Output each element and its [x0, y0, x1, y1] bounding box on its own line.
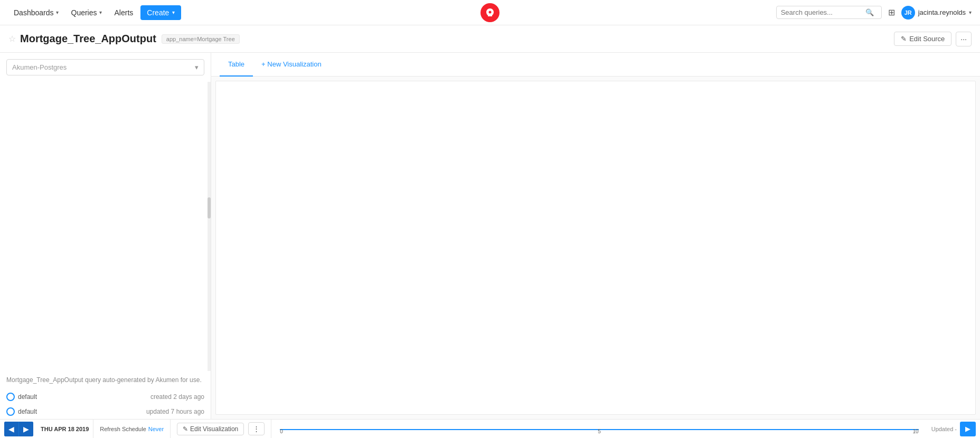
default-left-2: default: [6, 407, 37, 416]
top-nav: Dashboards ▾ Queries ▾ Alerts Create ▾ 🔍…: [0, 0, 980, 25]
svg-point-0: [489, 11, 492, 13]
tick-0: 0: [280, 429, 283, 434]
tab-new-visualization[interactable]: + New Visualization: [253, 53, 330, 77]
status-circle-icon-1: [6, 393, 15, 401]
tab-content-area: [215, 81, 976, 415]
nav-left: Dashboards ▾ Queries ▾ Alerts Create ▾: [8, 5, 181, 20]
nav-right: 🔍 ⊞ JR jacinta.reynolds ▾: [776, 6, 972, 20]
status-circle-icon-2: [6, 407, 15, 416]
nav-dashboards[interactable]: Dashboards ▾: [8, 5, 64, 20]
edit-viz-label: Edit Visualization: [190, 425, 238, 433]
left-panel-body: [0, 82, 211, 371]
edit-icon: ✎: [901, 35, 907, 43]
never-badge[interactable]: Never: [148, 426, 164, 432]
right-panel: Table + New Visualization: [211, 53, 980, 419]
scrollbar-track: [208, 82, 211, 371]
scrollbar-thumb[interactable]: [208, 197, 211, 218]
search-input[interactable]: [781, 8, 865, 16]
updated-text: Updated -: [931, 426, 957, 432]
tabs-bar: Table + New Visualization: [211, 53, 980, 77]
tick-10: 10: [913, 429, 919, 434]
bottom-bar: ◀ ▶ THU APR 18 2019 Refresh Schedule Nev…: [0, 419, 980, 438]
search-icon: 🔍: [865, 8, 874, 16]
timeline-nav-buttons: ◀ ▶: [4, 422, 33, 436]
nav-queries-label: Queries: [71, 8, 97, 17]
more-dots-icon: ···: [960, 35, 967, 43]
query-description-section: Mortgage_Tree_AppOutput query auto-gener…: [0, 371, 211, 389]
user-chevron-icon: ▾: [969, 9, 972, 15]
tab-new-viz-label: + New Visualization: [261, 60, 322, 68]
edit-viz-section: ✎ Edit Visualization ⋮: [171, 420, 271, 438]
date-label: THU APR 18 2019: [41, 426, 89, 432]
main-content: Akumen-Postgres ▾ Mortgage_Tree_AppOutpu…: [0, 53, 980, 419]
default-row-2: default updated 7 hours ago: [0, 404, 211, 419]
user-name-label: jacinta.reynolds: [918, 8, 966, 16]
datasource-select[interactable]: Akumen-Postgres ▾: [6, 59, 204, 75]
timeline-next-button[interactable]: ▶: [19, 422, 33, 436]
nav-alerts[interactable]: Alerts: [109, 5, 139, 20]
timeline-section: 0 5 10: [271, 424, 927, 434]
timeline: 0 5 10: [280, 424, 918, 434]
edit-viz-icon: ✎: [183, 425, 188, 433]
create-chevron-icon: ▾: [172, 9, 175, 15]
default-label-1: default: [18, 393, 37, 401]
refresh-label: Refresh Schedule: [100, 426, 146, 432]
run-button[interactable]: ▶: [960, 422, 976, 436]
nav-alerts-label: Alerts: [115, 8, 134, 17]
user-initials: JR: [904, 9, 912, 16]
user-menu[interactable]: JR jacinta.reynolds ▾: [901, 6, 972, 20]
default-left-1: default: [6, 393, 37, 401]
favorite-icon[interactable]: ☆: [8, 34, 16, 44]
nav-dashboards-label: Dashboards: [14, 8, 54, 17]
create-label: Create: [147, 8, 169, 17]
title-actions: ✎ Edit Source ···: [894, 32, 972, 46]
edit-source-label: Edit Source: [909, 35, 945, 43]
created-label: created 2 days ago: [150, 393, 204, 401]
tab-table-label: Table: [228, 60, 244, 68]
updated-label: updated 7 hours ago: [146, 408, 204, 415]
search-box[interactable]: 🔍: [776, 6, 882, 19]
page-title: Mortgage_Tree_AppOutput: [20, 33, 156, 45]
page-tag-badge: app_name=Mortgage Tree: [162, 34, 240, 44]
left-panel: Akumen-Postgres ▾ Mortgage_Tree_AppOutpu…: [0, 53, 211, 419]
nav-queries[interactable]: Queries ▾: [66, 5, 107, 20]
logo-icon: [480, 3, 500, 22]
timeline-prev-button[interactable]: ◀: [4, 422, 19, 436]
create-button[interactable]: Create ▾: [140, 5, 181, 20]
filter-icon[interactable]: ⊞: [888, 7, 895, 17]
edit-visualization-button[interactable]: ✎ Edit Visualization: [177, 423, 244, 435]
edit-source-button[interactable]: ✎ Edit Source: [894, 32, 951, 46]
dashboards-chevron-icon: ▾: [56, 9, 59, 15]
datasource-chevron-icon: ▾: [195, 63, 199, 71]
query-description: Mortgage_Tree_AppOutput query auto-gener…: [6, 375, 204, 385]
app-logo: [480, 3, 500, 22]
bottom-left-section: ◀ ▶ THU APR 18 2019: [0, 420, 93, 438]
page-title-bar: ☆ Mortgage_Tree_AppOutput app_name=Mortg…: [0, 25, 980, 53]
viz-more-button[interactable]: ⋮: [248, 422, 265, 435]
tick-5: 5: [598, 429, 601, 434]
tab-table[interactable]: Table: [220, 53, 253, 77]
more-options-button[interactable]: ···: [956, 32, 972, 46]
default-row-1: default created 2 days ago: [0, 389, 211, 404]
default-label-2: default: [18, 408, 37, 415]
avatar: JR: [901, 6, 915, 20]
refresh-section: Refresh Schedule Never: [93, 420, 171, 438]
queries-chevron-icon: ▾: [99, 9, 102, 15]
bottom-right-section: Updated - ▶: [927, 422, 980, 436]
datasource-label: Akumen-Postgres: [12, 63, 67, 71]
